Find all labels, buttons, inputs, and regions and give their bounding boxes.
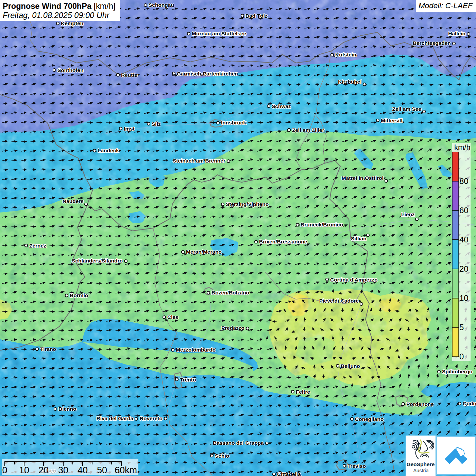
svg-text:50: 50 (97, 465, 107, 475)
svg-text:Modell: C-LAEF: Modell: C-LAEF (419, 1, 473, 10)
svg-text:Prognose Wind 700hPa [km/h]: Prognose Wind 700hPa [km/h] (3, 2, 115, 11)
svg-text:Riva del Garda: Riva del Garda (96, 415, 133, 421)
svg-text:Hallein: Hallein (448, 31, 465, 36)
svg-text:Rovereto: Rovereto (140, 415, 163, 421)
svg-text:Schio: Schio (215, 453, 229, 459)
svg-text:Predazzo: Predazzo (221, 325, 244, 331)
svg-text:Lienz: Lienz (401, 211, 415, 217)
svg-text:Mittersill: Mittersill (381, 118, 403, 123)
svg-text:Landeck: Landeck (98, 148, 119, 153)
svg-text:0: 0 (2, 465, 7, 475)
svg-text:Cles: Cles (167, 314, 178, 320)
svg-text:Sillian: Sillian (351, 236, 367, 241)
svg-text:Silz: Silz (152, 121, 161, 127)
svg-text:Cortina d'Ampezzo: Cortina d'Ampezzo (330, 277, 378, 283)
svg-text:Austria: Austria (413, 468, 429, 473)
svg-text:Berchtesgaden: Berchtesgaden (413, 40, 451, 46)
svg-text:Reutte: Reutte (121, 72, 138, 78)
svg-text:Bassano del Grappa: Bassano del Grappa (213, 440, 264, 446)
svg-text:20: 20 (38, 465, 49, 475)
svg-text:Kempten: Kempten (61, 20, 83, 26)
svg-text:km/h: km/h (454, 143, 471, 152)
svg-text:Cittadella: Cittadella (277, 471, 301, 476)
svg-text:Belluno: Belluno (341, 363, 360, 369)
svg-text:Bormio: Bormio (70, 292, 88, 298)
svg-text:Treviso: Treviso (347, 463, 366, 469)
svg-text:Tirano: Tirano (40, 346, 56, 352)
svg-text:Bad Tölz: Bad Tölz (245, 13, 268, 19)
svg-text:0: 0 (459, 352, 464, 361)
svg-text:Garmisch-Partenkirchen: Garmisch-Partenkirchen (177, 71, 238, 76)
svg-text:Bienno: Bienno (58, 406, 76, 412)
svg-text:Kitzbühel: Kitzbühel (338, 79, 362, 85)
svg-text:40: 40 (459, 235, 469, 244)
svg-text:Matrei in Osttirol: Matrei in Osttirol (342, 175, 384, 181)
svg-text:Bruneck/Brunico: Bruneck/Brunico (301, 222, 343, 227)
svg-text:Freitag, 01.08.2025 09:00 Uhr: Freitag, 01.08.2025 09:00 Uhr (3, 11, 110, 20)
svg-text:Codroipo: Codroipo (463, 401, 476, 406)
svg-text:Mezzolombardo: Mezzolombardo (176, 347, 216, 353)
svg-text:Imst: Imst (124, 126, 135, 132)
svg-text:Zell am See: Zell am See (392, 106, 422, 112)
svg-text:Zernez: Zernez (29, 243, 46, 249)
svg-text:10: 10 (459, 293, 469, 303)
svg-text:60km: 60km (115, 465, 137, 475)
svg-text:Schwaz: Schwaz (272, 103, 291, 109)
svg-text:Feltre: Feltre (296, 389, 310, 395)
svg-text:GeoSphere: GeoSphere (407, 461, 435, 467)
svg-text:Spilimbergo: Spilimbergo (442, 369, 473, 374)
svg-text:Zell am Ziller: Zell am Ziller (292, 127, 324, 133)
svg-text:Nauders: Nauders (63, 198, 84, 204)
svg-text:30: 30 (58, 465, 68, 475)
svg-text:40: 40 (78, 465, 88, 475)
svg-text:Sterzing/Vipiteno: Sterzing/Vipiteno (226, 201, 269, 207)
svg-text:Trento: Trento (180, 377, 196, 382)
svg-text:Murnau am Staffelsee: Murnau am Staffelsee (192, 31, 247, 36)
svg-text:Steinach am Brenner: Steinach am Brenner (173, 158, 225, 164)
svg-text:80: 80 (459, 176, 469, 186)
svg-text:Schongau: Schongau (149, 2, 174, 8)
svg-text:Innsbruck: Innsbruck (221, 120, 246, 125)
svg-text:Kufstein: Kufstein (335, 52, 356, 57)
svg-text:Sonthofen: Sonthofen (57, 67, 84, 73)
svg-text:Bozen/Bolzano: Bozen/Bolzano (211, 290, 249, 295)
svg-text:5: 5 (459, 323, 464, 332)
svg-text:10: 10 (19, 465, 29, 475)
svg-text:Conegliano: Conegliano (355, 416, 384, 422)
svg-text:60: 60 (459, 206, 469, 215)
svg-text:Schlanders/Silandro: Schlanders/Silandro (72, 258, 123, 264)
svg-text:20: 20 (459, 264, 469, 273)
svg-text:Pordenone: Pordenone (406, 401, 434, 407)
svg-text:Pieve di Cadore: Pieve di Cadore (319, 298, 359, 304)
svg-text:Brixen/Bressanone: Brixen/Bressanone (259, 239, 307, 244)
svg-text:Meran/Merano: Meran/Merano (186, 249, 222, 255)
